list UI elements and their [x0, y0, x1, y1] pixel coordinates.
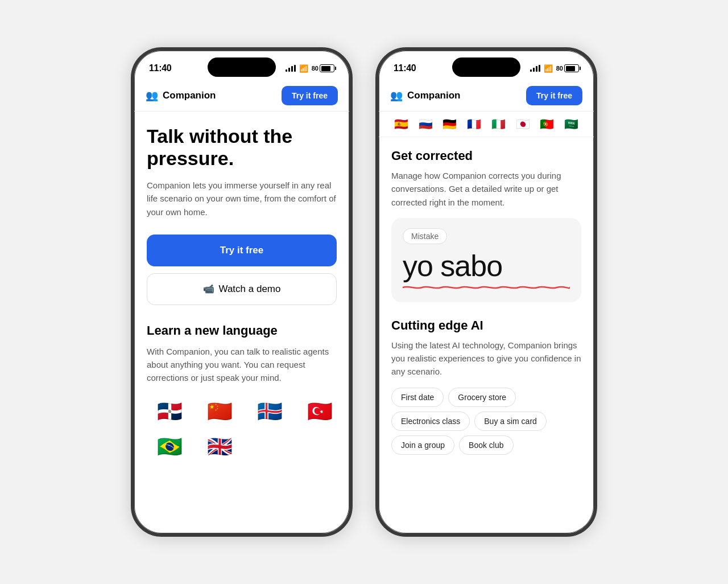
cta-secondary-left[interactable]: 📹 Watch a demo [147, 273, 337, 305]
flag-strip-jp: 🇯🇵 [512, 116, 534, 132]
status-icons-right: 📶 80 [530, 64, 579, 73]
try-free-btn-right-nav[interactable]: Try it free [526, 86, 582, 105]
learn-title-left: Learn a new language [147, 323, 337, 338]
ai-body: Using the latest AI technology, Companio… [391, 339, 581, 379]
scenario-tags: First date Grocery store Electronics cla… [391, 388, 581, 455]
flags-strip-right: 🇪🇸 🇷🇺 🇩🇪 🇫🇷 🇮🇹 🇯🇵 🇵🇹 🇸🇦 [379, 112, 594, 137]
signal-icon-left [286, 65, 296, 72]
hero-title-left: Talk without the pressure. [147, 125, 337, 170]
squiggle-underline [403, 284, 570, 291]
flag-item: 🇨🇳 [197, 396, 242, 427]
flag-strip-pt: 🇵🇹 [536, 116, 559, 132]
phone-left: 11:40 📶 80 [131, 47, 353, 537]
correction-title: Get corrected [391, 149, 581, 163]
left-scroll: Talk without the pressure. Companion let… [134, 112, 349, 533]
cta-primary-left[interactable]: Try it free [147, 235, 337, 266]
brand-name-right: Companion [407, 90, 461, 101]
scene: 11:40 📶 80 [0, 0, 728, 584]
try-free-btn-left-nav[interactable]: Try it free [282, 86, 338, 105]
flag-item: 🇹🇷 [297, 396, 342, 427]
mistake-card: Mistake yo sabo [391, 218, 581, 302]
tag-buy-sim-card[interactable]: Buy a sim card [474, 412, 547, 431]
flag-item: 🇧🇷 [147, 431, 192, 462]
tag-first-date[interactable]: First date [391, 388, 444, 407]
brand-right: 👥 Companion [390, 89, 461, 102]
flag-item: 🇬🇧 [197, 431, 242, 462]
battery-left: 80 [312, 64, 334, 72]
mistake-text: yo sabo [403, 251, 570, 281]
brand-name-left: Companion [163, 90, 216, 101]
learn-body-left: With Companion, you can talk to realisti… [147, 345, 337, 385]
brand-left: 👥 Companion [146, 89, 216, 102]
wifi-icon-right: 📶 [544, 64, 553, 73]
flag-strip-ru: 🇷🇺 [415, 116, 437, 132]
brand-icon-left: 👥 [146, 89, 158, 102]
app-nav-left: 👥 Companion Try it free [134, 80, 349, 112]
status-icons-left: 📶 80 [286, 64, 334, 73]
video-icon: 📹 [203, 283, 214, 294]
flags-grid-left: 🇩🇴 🇨🇳 🇮🇸 🇹🇷 🇧🇷 🇬🇧 [147, 396, 337, 462]
tag-grocery-store[interactable]: Grocery store [448, 388, 516, 407]
screen-left: 👥 Companion Try it free Talk without the… [134, 80, 349, 533]
hero-subtitle-left: Companion lets you immerse yourself in a… [147, 179, 337, 219]
flag-strip-es: 🇪🇸 [390, 116, 412, 132]
flag-item: 🇩🇴 [147, 396, 192, 427]
wifi-icon-left: 📶 [299, 64, 308, 73]
tag-electronics-class[interactable]: Electronics class [391, 412, 470, 431]
tag-join-group[interactable]: Join a group [391, 435, 454, 455]
flag-strip-fr: 🇫🇷 [463, 116, 485, 132]
flag-item: 🇮🇸 [247, 396, 292, 427]
brand-icon-right: 👥 [390, 89, 403, 102]
right-content-scroll: Get corrected Manage how Companion corre… [379, 137, 594, 533]
signal-icon-right [530, 65, 540, 72]
tag-book-club[interactable]: Book club [459, 435, 513, 455]
dynamic-island-right [452, 57, 520, 77]
ai-title: Cutting edge AI [391, 318, 581, 333]
app-nav-right: 👥 Companion Try it free [379, 80, 594, 112]
flag-strip-de: 🇩🇪 [439, 116, 461, 132]
mistake-label: Mistake [403, 228, 447, 244]
battery-right: 80 [556, 64, 579, 72]
ai-section: Cutting edge AI Using the latest AI tech… [391, 318, 581, 455]
flag-strip-cn: 🇸🇦 [560, 116, 582, 132]
flag-strip-it: 🇮🇹 [487, 116, 510, 132]
phone-right: 11:40 📶 80 [375, 47, 597, 537]
status-time-left: 11:40 [149, 63, 171, 73]
watch-demo-label: Watch a demo [219, 283, 281, 295]
status-time-right: 11:40 [394, 63, 416, 73]
screen-right: 👥 Companion Try it free 🇪🇸 🇷🇺 🇩🇪 🇫🇷 🇮🇹 🇯… [379, 80, 594, 533]
dynamic-island-left [208, 57, 276, 77]
correction-body: Manage how Companion corrects you during… [391, 169, 581, 209]
